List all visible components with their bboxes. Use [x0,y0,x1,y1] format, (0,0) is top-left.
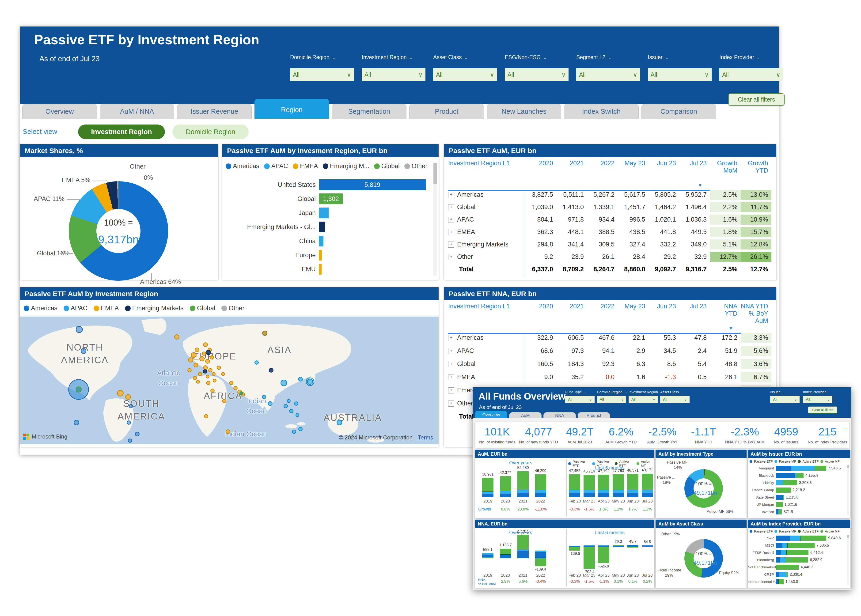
stack-segment[interactable] [642,545,653,547]
table-row-name[interactable]: +Emerging Markets [448,241,526,248]
map-bubble-em[interactable] [217,366,221,370]
overlay-filter-dropdown-fund-type[interactable]: All∨ [565,396,595,403]
scrollbar-thumb[interactable] [847,534,849,538]
stack-segment[interactable] [776,543,782,548]
stack-segment[interactable] [535,475,546,490]
overlay-tab-product[interactable]: Product [578,412,610,418]
map-bubble-ap[interactable] [281,380,287,386]
stack-segment[interactable] [482,555,493,557]
map-bubble-em[interactable] [195,347,200,352]
stack-segment[interactable] [779,572,787,577]
bar-emerging-markets-gl[interactable] [319,222,325,233]
table-col-header-may-23[interactable]: May 23 [618,160,645,167]
stack-segment[interactable] [535,493,546,497]
tab-aum-nna[interactable]: AuM / NNA [100,104,174,119]
stack-segment[interactable] [781,550,786,555]
stack-segment[interactable] [779,579,784,585]
map-bubble-ring[interactable] [306,377,314,386]
filter-dropdown-domicile-region[interactable]: All∨ [290,68,354,81]
map-bubble-em[interactable] [196,380,200,383]
legend-item-passive-mf[interactable]: Passive MF [775,530,796,533]
stack-segment[interactable] [500,549,511,554]
world-map[interactable]: NORTHAMERICAEUROPEASIAAFRICASOUTHAMERICA… [20,317,438,444]
stack-segment[interactable] [776,565,799,570]
stack-segment[interactable] [517,471,529,489]
table-col-header-jun-23[interactable]: Jun 23 [649,160,676,167]
map-bubble-ap[interactable] [298,377,303,382]
stack-segment[interactable] [613,475,624,490]
legend-item-apac[interactable]: APAC [64,305,88,312]
map-bubble-eg[interactable] [269,368,273,372]
map-bubble-ap[interactable] [295,413,299,417]
stack-segment[interactable] [787,572,788,577]
expand-icon[interactable]: + [448,192,454,198]
legend-item-emerging-m[interactable]: Emerging M... [323,162,369,170]
stack-segment[interactable] [776,502,782,507]
stack-segment[interactable] [776,473,795,478]
stack-segment[interactable] [583,547,595,569]
legend-item-other[interactable]: Other [222,305,245,312]
table-row-name[interactable]: +Americas [448,334,526,341]
stack-segment[interactable] [517,549,529,551]
map-bubble-em[interactable] [193,376,197,380]
map-bubble-ru[interactable] [262,331,267,336]
table-col-header-nna-ytd-boy-aum[interactable]: NNA YTD % BoY AuM [741,303,768,325]
legend-item-active-etf[interactable]: Active ETF [798,530,818,533]
expand-icon[interactable]: + [448,401,454,407]
table-col-header-may-23[interactable]: May 23 [618,303,645,310]
bar-global[interactable]: 1,302 [319,193,343,204]
map-bubble-em[interactable] [206,375,209,379]
stack-segment[interactable] [482,557,493,558]
legend-item-passive-mf[interactable]: Passive MF [775,460,796,464]
stack-segment[interactable] [500,493,511,497]
overlay-tab-overview[interactable]: Overview [475,411,507,418]
overlay-filter-dropdown-asset-class[interactable]: All∨ [660,396,690,403]
legend-item-apac[interactable]: APAC [264,162,288,170]
filter-dropdown-segment-l2[interactable]: All∨ [576,68,640,81]
clear-all-filters-button[interactable]: Clear all filters [728,93,784,105]
stack-segment[interactable] [783,495,784,500]
tab-comparison[interactable]: Comparison [641,104,716,119]
stack-segment[interactable] [800,536,826,541]
table-row-name[interactable]: +APAC [448,216,526,223]
tab-issuer-revenue[interactable]: Issuer Revenue [177,104,252,119]
table-row-name[interactable]: +Global [448,204,526,211]
stack-segment[interactable] [776,509,778,514]
expand-icon[interactable]: + [448,374,454,380]
stack-segment[interactable] [642,493,653,497]
stack-segment[interactable] [776,487,790,493]
table-row-name[interactable]: +Global [448,360,526,368]
terms-link[interactable]: Terms [418,434,433,441]
stack-segment[interactable] [517,493,529,497]
stack-segment[interactable] [569,493,580,497]
table-col-header-2020[interactable]: 2020 [526,303,553,310]
stack-segment[interactable] [598,490,609,493]
stack-segment[interactable] [790,536,800,541]
table-row-name[interactable]: +EMEA [448,228,526,236]
stack-segment[interactable] [627,547,638,547]
stack-segment[interactable] [535,490,546,490]
legend-item-passive-etf[interactable]: Passive ETF [749,530,773,533]
stack-segment[interactable] [535,552,546,558]
stack-segment[interactable] [787,543,815,548]
overlay-tab-aum[interactable]: AuM [509,412,542,418]
stack-segment[interactable] [598,545,609,546]
table-row-name[interactable]: +Americas [448,191,526,198]
map-bubble-eg[interactable] [206,350,211,355]
legend-item-emea[interactable]: EMEA [94,305,119,312]
tab-region[interactable]: Region [255,99,329,119]
stack-segment[interactable] [535,490,546,493]
map-bubble-em[interactable] [210,355,214,360]
map-bubble-ap[interactable] [287,399,291,403]
expand-icon[interactable]: + [448,217,454,223]
stack-segment[interactable] [583,475,595,490]
stack-segment[interactable] [517,551,529,558]
filter-dropdown-investment-region[interactable]: All∨ [362,68,426,81]
table-col-header-2020[interactable]: 2020 [526,160,553,167]
bar-europe[interactable] [319,250,322,261]
table-name-col-header[interactable]: Investment Region L1 [448,160,526,167]
map-bubble-am[interactable] [129,404,133,408]
stack-segment[interactable] [583,545,595,546]
overlay-tab-nna[interactable]: NNA [544,412,576,418]
stack-segment[interactable] [535,558,546,566]
